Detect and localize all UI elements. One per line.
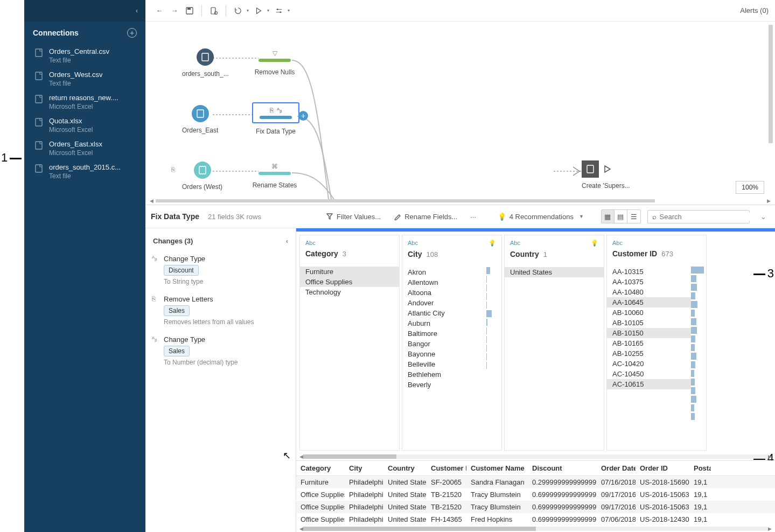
more-options-button[interactable]: ··· <box>467 211 479 223</box>
profile-value[interactable]: Andover <box>402 298 486 308</box>
profile-value[interactable]: AC-10450 <box>607 369 691 379</box>
flow-output-node[interactable]: Create 'Supers... <box>582 160 630 190</box>
flow-input-orders-east[interactable]: Orders_East <box>182 105 218 134</box>
table-row[interactable]: Office SuppliesPhiladelphiaUnited States… <box>296 488 775 501</box>
profile-value[interactable]: Beverly <box>402 380 486 390</box>
table-cell: US-2016-150630 <box>636 488 689 501</box>
flow-step-remove-nulls[interactable]: ▽ Remove Nulls <box>252 47 297 76</box>
profile-value[interactable]: AB-10255 <box>607 348 691 359</box>
table-row[interactable]: Office SuppliesPhiladelphiaUnited States… <box>296 513 775 526</box>
profile-value[interactable]: Altoona <box>402 288 486 298</box>
flow-input-orders-west[interactable]: ⎘ Orders (West) <box>182 162 222 191</box>
table-cell: Philadelphia <box>345 513 383 526</box>
search-input[interactable] <box>660 213 750 221</box>
data-sample-button[interactable] <box>207 4 220 17</box>
view-grid-button[interactable]: ▤ <box>615 210 627 223</box>
collapse-panel-button[interactable]: ⌄ <box>760 213 766 221</box>
profile-value[interactable]: Bayonne <box>402 349 486 359</box>
table-row[interactable]: FurniturePhiladelphiaUnited StatesSF-200… <box>296 476 775 488</box>
add-connection-button[interactable]: + <box>127 28 137 38</box>
change-item[interactable]: ⎘ Remove Letters Sales Removes letters f… <box>150 292 291 332</box>
run-flow-button[interactable] <box>252 4 265 17</box>
connection-item[interactable]: Orders_East.xlsx Microsoft Excel <box>24 137 145 160</box>
refresh-button[interactable] <box>232 4 245 17</box>
flow-canvas[interactable]: orders_south_... Orders_East ⎘ Orders (W… <box>145 22 775 205</box>
column-header[interactable]: Discount <box>528 461 597 475</box>
profile-value[interactable]: AA-10480 <box>607 287 691 297</box>
zoom-level[interactable]: 100% <box>736 181 764 194</box>
connection-item[interactable]: orders_south_2015.c... Text file <box>24 160 145 183</box>
column-header[interactable]: Postal <box>689 461 711 475</box>
rename-fields-button[interactable]: Rename Fields... <box>390 211 460 223</box>
profile-card[interactable]: Abc Customer ID673 AA-10315AA-10375AA-10… <box>606 235 707 451</box>
recommendation-icon[interactable]: 💡 <box>488 240 496 247</box>
view-list-button[interactable]: ☰ <box>627 210 640 223</box>
profile-value[interactable]: AB-10105 <box>607 318 691 328</box>
profile-value[interactable]: AC-10615 <box>607 379 691 389</box>
table-cell: 09/17/2016 <box>597 488 636 501</box>
add-step-button[interactable]: + <box>298 111 308 121</box>
save-button[interactable] <box>183 4 196 17</box>
column-header[interactable]: Category <box>296 461 345 475</box>
column-header[interactable]: Order Date <box>597 461 636 475</box>
view-profile-button[interactable]: ▦ <box>602 210 615 223</box>
profile-value[interactable]: Belleville <box>402 359 486 369</box>
profile-value[interactable]: AA-10375 <box>607 277 691 287</box>
connection-item[interactable]: Orders_Central.csv Text file <box>24 44 145 67</box>
column-header[interactable]: Customer ID <box>427 461 466 475</box>
search-box[interactable]: ⌕ <box>647 210 750 223</box>
flow-step-fix-data-type[interactable]: ⎘ᴬᵦ + Fix Data Type <box>252 102 299 135</box>
table-cell: Philadelphia <box>345 488 383 501</box>
profile-value[interactable]: Baltimore <box>402 328 486 339</box>
attachment-icon: ⌘ <box>271 163 278 170</box>
profile-value[interactable]: Bangor <box>402 339 486 349</box>
change-item[interactable]: ᴬᵦ Change Type Sales To Number (decimal)… <box>150 332 291 373</box>
settings-icon[interactable] <box>273 4 285 17</box>
profile-value[interactable]: AC-10420 <box>607 359 691 369</box>
recommendations-button[interactable]: 💡 4 Recommendations ▼ <box>494 211 587 223</box>
change-item[interactable]: ᴬᵦ Change Type Discount To String type <box>150 251 291 292</box>
column-header[interactable]: Order ID <box>636 461 689 475</box>
column-header[interactable]: Customer Name <box>466 461 528 475</box>
flow-input-orders-south[interactable]: orders_south_... <box>182 48 229 78</box>
profile-value[interactable]: AA-10645 <box>607 297 691 307</box>
connection-item[interactable]: Orders_West.csv Text file <box>24 67 145 90</box>
profile-value[interactable]: Auburn <box>402 318 486 328</box>
profile-value[interactable]: AB-10150 <box>607 328 691 338</box>
collapse-changes-button[interactable]: ‹ <box>286 237 288 245</box>
profile-value[interactable]: Atlantic City <box>402 308 486 318</box>
flow-step-rename-states[interactable]: ⌘ Rename States <box>252 160 297 189</box>
column-header[interactable]: Country <box>383 461 427 475</box>
alerts-label[interactable]: Alerts (0) <box>740 6 769 15</box>
profile-value[interactable]: AA-10315 <box>607 267 691 277</box>
profile-card[interactable]: Abc💡 Country1 United States <box>504 235 604 451</box>
back-button[interactable]: ← <box>153 4 166 17</box>
recommendation-icon[interactable]: 💡 <box>591 240 598 247</box>
forward-button[interactable]: → <box>168 4 181 17</box>
profile-card[interactable]: Abc Category3 FurnitureOffice SuppliesTe… <box>299 235 400 451</box>
profile-card[interactable]: Abc💡 City108 AkronAllentownAltoonaAndove… <box>402 235 502 451</box>
refresh-dropdown[interactable]: ▾ <box>247 8 249 13</box>
canvas-scrollbar-horizontal[interactable]: ◀▶ <box>150 198 771 204</box>
profile-value[interactable]: AB-10060 <box>607 307 691 318</box>
profile-value[interactable]: Akron <box>402 267 486 277</box>
profile-value[interactable]: Allentown <box>402 277 486 288</box>
profile-value[interactable]: Office Supplies <box>300 277 399 287</box>
profile-value[interactable]: AB-10165 <box>607 338 691 348</box>
connection-item[interactable]: Quota.xlsx Microsoft Excel <box>24 114 145 137</box>
grid-scrollbar-horizontal[interactable]: ◀▶ <box>296 526 775 532</box>
profile-value[interactable]: Bethlehem <box>402 369 486 380</box>
run-output-icon[interactable] <box>603 165 612 173</box>
table-cell: 0.29999999999999999 <box>528 476 597 488</box>
filter-values-button[interactable]: Filter Values... <box>323 211 384 223</box>
table-row[interactable]: Office SuppliesPhiladelphiaUnited States… <box>296 501 775 513</box>
run-dropdown[interactable]: ▾ <box>267 8 269 13</box>
profile-value[interactable]: United States <box>505 267 604 277</box>
collapse-sidebar-button[interactable]: ‹ <box>136 7 138 15</box>
profile-value[interactable]: Furniture <box>300 267 399 277</box>
profile-scrollbar-horizontal[interactable]: ◀▶ <box>296 453 775 460</box>
column-header[interactable]: City <box>345 461 383 475</box>
profile-value[interactable]: Technology <box>300 287 399 297</box>
connection-item[interactable]: return reasons_new.... Microsoft Excel <box>24 90 145 114</box>
settings-dropdown[interactable]: ▾ <box>288 8 290 13</box>
